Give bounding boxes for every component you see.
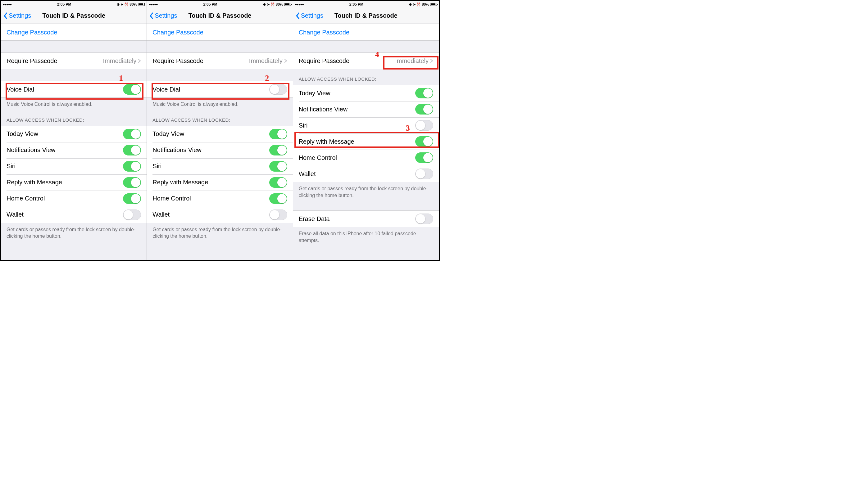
reply-with-message-toggle[interactable] (415, 136, 433, 147)
voice-dial-toggle[interactable] (123, 84, 141, 95)
reply-with-message-toggle[interactable] (123, 177, 141, 188)
today-view-row: Today View (1, 126, 146, 142)
reply-with-message-toggle[interactable] (269, 177, 287, 188)
voice-dial-row: Voice Dial (147, 81, 293, 97)
orientation-lock-icon: ⊝ (117, 2, 120, 6)
phone-screen-3: ●●●●● 2:05 PM ⊝ ➤ ⏰ 80% Settings Touch I… (293, 1, 439, 260)
nav-bar: Settings Touch ID & Passcode (147, 8, 293, 24)
back-button[interactable]: Settings (293, 12, 323, 19)
wallet-row: Wallet (293, 166, 439, 182)
back-label: Settings (301, 12, 323, 19)
phone-screen-1: ●●●●● 2:05 PM ⊝ ➤ ⏰ 80% Settings Touch I… (1, 1, 147, 260)
page-title: Touch ID & Passcode (42, 12, 105, 19)
chevron-left-icon (295, 13, 300, 19)
today-view-toggle[interactable] (415, 88, 433, 98)
notifications-view-toggle[interactable] (123, 145, 141, 156)
phone-screen-2: ●●●●● 2:05 PM ⊝ ➤ ⏰ 80% Settings Touch I… (147, 1, 293, 260)
require-passcode-label: Require Passcode (6, 57, 57, 65)
today-view-toggle[interactable] (269, 129, 287, 139)
home-control-row: Home Control (1, 191, 146, 207)
home-control-toggle[interactable] (415, 152, 433, 163)
orientation-lock-icon: ⊝ (409, 2, 412, 6)
today-view-row: Today View (293, 85, 439, 101)
location-icon: ➤ (121, 2, 123, 6)
wallet-row: Wallet (147, 207, 293, 223)
home-control-row: Home Control (293, 149, 439, 166)
wallet-toggle[interactable] (415, 168, 433, 179)
signal-dots-icon: ●●●●● (3, 2, 12, 6)
alarm-icon: ⏰ (271, 2, 275, 6)
battery-percent: 80% (129, 2, 137, 6)
siri-toggle[interactable] (123, 161, 141, 172)
siri-toggle[interactable] (415, 120, 433, 131)
signal-dots-icon: ●●●●● (295, 2, 304, 6)
chevron-left-icon (3, 13, 7, 19)
home-control-toggle[interactable] (123, 193, 141, 204)
back-button[interactable]: Settings (1, 12, 31, 19)
reply-with-message-row: Reply with Message (147, 175, 293, 191)
require-passcode-row[interactable]: Require Passcode Immediately (293, 53, 439, 69)
alarm-icon: ⏰ (416, 2, 421, 6)
home-control-toggle[interactable] (269, 193, 287, 204)
require-passcode-value: Immediately (103, 57, 137, 65)
today-view-row: Today View (147, 126, 293, 142)
notifications-view-row: Notifications View (147, 142, 293, 158)
page-title: Touch ID & Passcode (334, 12, 398, 19)
change-passcode-button[interactable]: Change Passcode (293, 24, 439, 40)
alarm-icon: ⏰ (124, 2, 128, 6)
wallet-footer: Get cards or passes ready from the lock … (293, 182, 439, 201)
allow-access-header: ALLOW ACCESS WHEN LOCKED: (293, 69, 439, 85)
change-passcode-button[interactable]: Change Passcode (147, 24, 293, 40)
notifications-view-row: Notifications View (293, 101, 439, 117)
battery-percent: 80% (276, 2, 283, 6)
back-label: Settings (155, 12, 177, 19)
voice-dial-label: Voice Dial (6, 86, 34, 93)
status-time: 2:05 PM (57, 2, 71, 6)
voice-dial-toggle[interactable] (269, 84, 287, 95)
wallet-toggle[interactable] (269, 210, 287, 220)
status-bar: ●●●●● 2:05 PM ⊝ ➤ ⏰ 80% (293, 1, 439, 8)
chevron-left-icon (149, 13, 153, 19)
siri-toggle[interactable] (269, 161, 287, 172)
status-time: 2:05 PM (349, 2, 363, 6)
chevron-right-icon (430, 59, 433, 63)
siri-row: Siri (1, 158, 146, 175)
page-title: Touch ID & Passcode (188, 12, 251, 19)
location-icon: ➤ (267, 2, 270, 6)
wallet-footer: Get cards or passes ready from the lock … (1, 223, 146, 242)
voice-dial-row: Voice Dial (1, 81, 146, 97)
status-bar: ●●●●● 2:05 PM ⊝ ➤ ⏰ 80% (147, 1, 293, 8)
location-icon: ➤ (413, 2, 416, 6)
allow-access-header: ALLOW ACCESS WHEN LOCKED: (1, 110, 146, 126)
battery-icon (284, 3, 291, 6)
back-label: Settings (9, 12, 31, 19)
notifications-view-toggle[interactable] (415, 104, 433, 114)
chevron-right-icon (138, 59, 141, 63)
battery-icon (430, 3, 437, 6)
siri-row: Siri (147, 158, 293, 175)
require-passcode-row[interactable]: Require Passcode Immediately (1, 53, 146, 69)
wallet-toggle[interactable] (123, 210, 141, 220)
allow-access-header: ALLOW ACCESS WHEN LOCKED: (147, 110, 293, 126)
wallet-row: Wallet (1, 207, 146, 223)
voice-dial-footer: Music Voice Control is always enabled. (147, 98, 293, 110)
signal-dots-icon: ●●●●● (149, 2, 157, 6)
notifications-view-toggle[interactable] (269, 145, 287, 156)
home-control-row: Home Control (147, 191, 293, 207)
wallet-footer: Get cards or passes ready from the lock … (147, 223, 293, 242)
nav-bar: Settings Touch ID & Passcode (1, 8, 146, 24)
reply-with-message-row: Reply with Message (293, 133, 439, 149)
change-passcode-button[interactable]: Change Passcode (1, 24, 146, 40)
erase-data-footer: Erase all data on this iPhone after 10 f… (293, 227, 439, 246)
orientation-lock-icon: ⊝ (263, 2, 266, 6)
siri-row: Siri (293, 117, 439, 133)
notifications-view-row: Notifications View (1, 142, 146, 158)
back-button[interactable]: Settings (147, 12, 177, 19)
erase-data-toggle[interactable] (415, 214, 433, 224)
voice-dial-footer: Music Voice Control is always enabled. (1, 98, 146, 110)
battery-icon (138, 3, 145, 6)
require-passcode-row[interactable]: Require Passcode Immediately (147, 53, 293, 69)
battery-percent: 80% (422, 2, 429, 6)
today-view-toggle[interactable] (123, 129, 141, 139)
erase-data-row: Erase Data (293, 211, 439, 227)
